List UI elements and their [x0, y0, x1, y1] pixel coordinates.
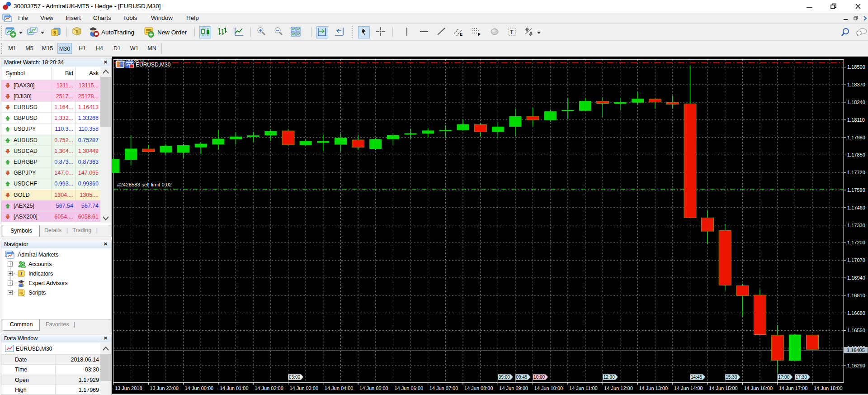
- svg-text:1.16290: 1.16290: [847, 363, 865, 368]
- svg-text:T: T: [510, 29, 514, 35]
- svg-text:E: E: [460, 32, 462, 37]
- svg-text:1.18110: 1.18110: [847, 117, 865, 123]
- svg-text:#2428583 sell limit 0.02: #2428583 sell limit 0.02: [117, 182, 172, 187]
- svg-text:1.17720: 1.17720: [847, 170, 865, 175]
- svg-text:1.16405: 1.16405: [847, 347, 865, 353]
- svg-text:1.16680: 1.16680: [847, 310, 865, 316]
- svg-text:1.18240: 1.18240: [847, 100, 865, 105]
- svg-text:14 Jun 11:00: 14 Jun 11:00: [569, 385, 598, 391]
- svg-text:14 Jun 04:00: 14 Jun 04:00: [325, 385, 354, 391]
- svg-text:14 Jun 08:00: 14 Jun 08:00: [464, 385, 493, 391]
- svg-text:13 Jun 2018: 13 Jun 2018: [115, 385, 142, 391]
- svg-text:14 Jun 07:00: 14 Jun 07:00: [429, 385, 458, 391]
- svg-text:13 Jun 23:00: 13 Jun 23:00: [150, 385, 179, 391]
- svg-text:1.17980: 1.17980: [847, 135, 865, 140]
- svg-text:17:30: 17:30: [796, 375, 807, 380]
- svg-text:12:00: 12:00: [604, 375, 615, 380]
- svg-text:1.18500: 1.18500: [847, 64, 865, 70]
- svg-text:14 Jun 06:00: 14 Jun 06:00: [394, 385, 423, 391]
- svg-text:1.17330: 1.17330: [847, 223, 865, 228]
- svg-text:14 Jun 09:00: 14 Jun 09:00: [499, 385, 528, 391]
- svg-text:15:30: 15:30: [726, 375, 737, 380]
- svg-text:5: 5: [75, 29, 78, 33]
- svg-text:14 Jun 10:00: 14 Jun 10:00: [534, 385, 563, 391]
- svg-text:1.18370: 1.18370: [847, 82, 865, 87]
- svg-text:1.17200: 1.17200: [847, 240, 865, 245]
- svg-text:14 Jun 16:00: 14 Jun 16:00: [744, 385, 773, 391]
- svg-text:1.16810: 1.16810: [847, 293, 865, 298]
- svg-text:14 Jun 12:00: 14 Jun 12:00: [604, 385, 633, 391]
- svg-text:1.16940: 1.16940: [847, 275, 865, 281]
- svg-text:14 Jun 02:00: 14 Jun 02:00: [255, 385, 283, 391]
- svg-text:1.17850: 1.17850: [847, 152, 865, 157]
- svg-text:17:00: 17:00: [778, 375, 789, 380]
- svg-text:1.16550: 1.16550: [847, 328, 865, 333]
- svg-text:03:00: 03:00: [289, 375, 300, 380]
- svg-text:14 Jun 00:00: 14 Jun 00:00: [185, 385, 214, 391]
- svg-text:14 Jun 13:00: 14 Jun 13:00: [639, 385, 668, 391]
- svg-text:09:45: 09:45: [516, 375, 527, 380]
- svg-text:1.17460: 1.17460: [847, 205, 865, 210]
- svg-text:14 Jun 17:00: 14 Jun 17:00: [779, 385, 808, 391]
- svg-text:09:00: 09:00: [499, 375, 510, 380]
- svg-text:14 Jun 14:00: 14 Jun 14:00: [674, 385, 703, 391]
- svg-text:14 Jun 15:00: 14 Jun 15:00: [709, 385, 738, 391]
- svg-text:14 Jun 18:00: 14 Jun 18:00: [814, 385, 843, 391]
- svg-text:F: F: [478, 32, 481, 37]
- svg-text:10:00: 10:00: [533, 375, 545, 380]
- svg-text:1.17070: 1.17070: [847, 257, 865, 263]
- svg-text:EURUSD,M30: EURUSD,M30: [136, 62, 171, 68]
- svg-text:14 Jun 05:00: 14 Jun 05:00: [359, 385, 388, 391]
- svg-text:$: $: [53, 30, 56, 35]
- svg-text:14 Jun 03:00: 14 Jun 03:00: [290, 385, 319, 391]
- svg-text:1.17590: 1.17590: [847, 187, 865, 193]
- svg-text:14:45: 14:45: [691, 375, 702, 380]
- svg-text:14 Jun 01:00: 14 Jun 01:00: [220, 385, 249, 391]
